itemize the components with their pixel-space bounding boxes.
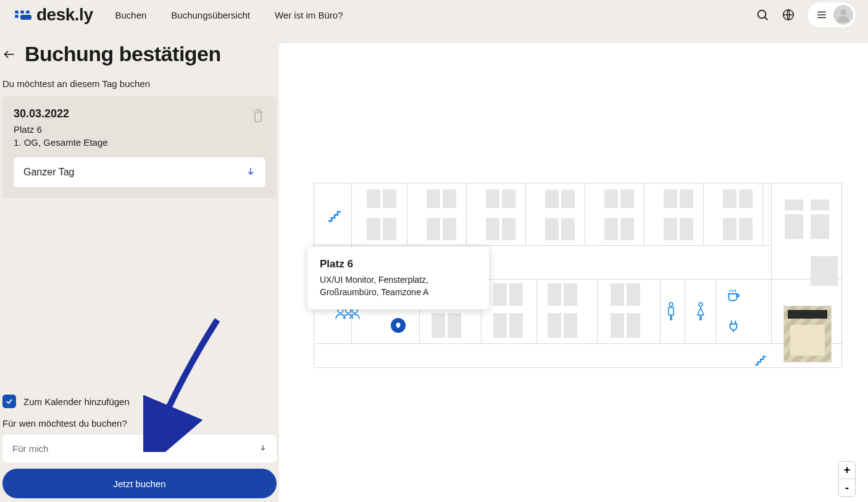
- zoom-out-button[interactable]: -: [839, 479, 855, 496]
- meeting-room-photo[interactable]: [783, 306, 832, 362]
- nav-item-book[interactable]: Buchen: [115, 10, 146, 20]
- app-header: desk.ly Buchen Buchungsübersicht Wer ist…: [0, 0, 868, 30]
- trash-icon: [251, 108, 265, 124]
- arrow-left-icon: [2, 48, 16, 61]
- plug-icon: [725, 318, 741, 337]
- book-now-button[interactable]: Jetzt buchen: [2, 469, 277, 498]
- for-whom-select[interactable]: Für mich: [2, 435, 277, 462]
- desk-tooltip: Platz 6 UX/UI Monitor, Fensterplatz, Gro…: [307, 247, 489, 309]
- calendar-checkbox-row[interactable]: Zum Kalender hinzufügen: [0, 395, 279, 408]
- duration-value: Ganzer Tag: [23, 167, 74, 178]
- brand-name: desk.ly: [36, 5, 93, 25]
- page-title: Buchung bestätigen: [25, 42, 221, 66]
- header-actions: [756, 2, 856, 27]
- restroom-male-icon: [666, 302, 676, 323]
- calendar-checkbox-label: Zum Kalender hinzufügen: [23, 396, 130, 407]
- restroom-female-icon: [696, 302, 706, 323]
- hamburger-icon: [816, 9, 827, 20]
- booking-place: Platz 6: [14, 124, 108, 135]
- search-icon: [756, 8, 769, 22]
- for-whom-label: Für wen möchtest du buchen?: [0, 418, 279, 429]
- nav-item-who[interactable]: Wer ist im Büro?: [275, 10, 343, 20]
- chevron-down-icon: [259, 443, 267, 454]
- duration-select[interactable]: Ganzer Tag: [14, 157, 265, 187]
- brand-logo[interactable]: desk.ly: [15, 5, 93, 25]
- svg-point-12: [669, 303, 673, 306]
- search-button[interactable]: [756, 8, 769, 22]
- selected-desk-marker[interactable]: [391, 318, 406, 333]
- coffee-icon: [725, 287, 741, 306]
- logo-mark-icon: [15, 10, 31, 20]
- globe-icon: [782, 8, 795, 22]
- user-menu[interactable]: [807, 2, 856, 27]
- language-button[interactable]: [782, 8, 795, 22]
- avatar-icon: [833, 5, 853, 25]
- main-layout: Buchung bestätigen Du möchtest an diesem…: [0, 30, 868, 502]
- back-button[interactable]: [2, 48, 16, 61]
- floor-plan-panel: Platz 6 UX/UI Monitor, Fensterplatz, Gro…: [279, 43, 868, 502]
- booking-card: 30.03.2022 Platz 6 1. OG, Gesamte Etage …: [2, 96, 277, 198]
- nav-item-overview[interactable]: Buchungsübersicht: [171, 10, 250, 20]
- page-subtitle: Du möchtest an diesem Tag buchen: [0, 78, 279, 96]
- tooltip-desc: UX/UI Monitor, Fensterplatz, Großraumbür…: [320, 274, 477, 298]
- booking-floor: 1. OG, Gesamte Etage: [14, 137, 108, 148]
- page-title-row: Buchung bestätigen: [0, 42, 279, 78]
- svg-line-1: [765, 17, 768, 20]
- checkbox-checked-icon: [2, 395, 16, 408]
- booking-panel: Buchung bestätigen Du möchtest an diesem…: [0, 30, 279, 502]
- main-nav: Buchen Buchungsübersicht Wer ist im Büro…: [115, 10, 343, 20]
- for-whom-value: Für mich: [12, 443, 48, 454]
- zoom-controls: + -: [838, 461, 856, 497]
- chevron-down-icon: [246, 166, 256, 178]
- svg-point-13: [699, 303, 703, 306]
- zoom-in-button[interactable]: +: [839, 462, 855, 479]
- stairs-icon: [325, 206, 344, 227]
- svg-point-0: [758, 10, 766, 19]
- stairs-icon: [750, 351, 771, 370]
- tooltip-title: Platz 6: [320, 258, 477, 270]
- delete-booking-button[interactable]: [251, 107, 265, 125]
- booking-date: 30.03.2022: [14, 107, 108, 120]
